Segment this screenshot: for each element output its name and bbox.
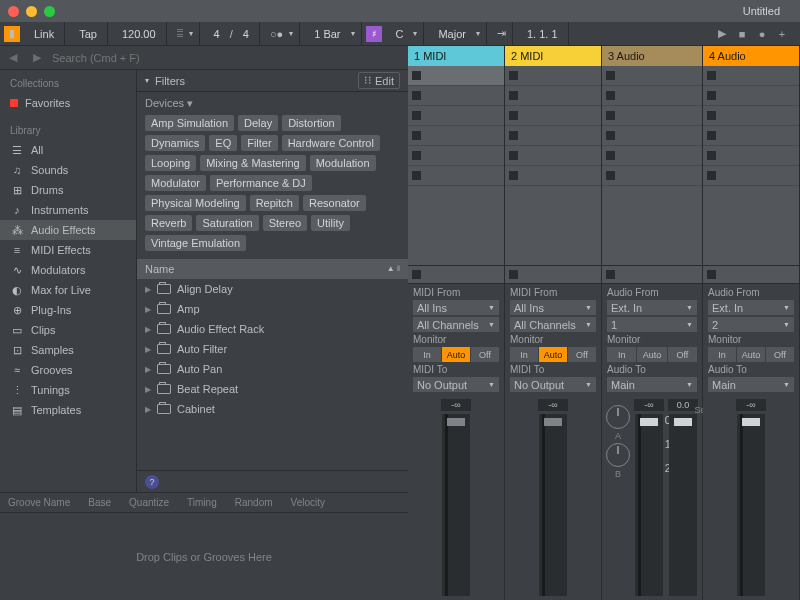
- follow-icon[interactable]: ⇥: [497, 27, 506, 40]
- nav-forward-button[interactable]: ▶: [28, 49, 46, 67]
- monitor-auto-button[interactable]: Auto: [637, 347, 667, 362]
- io-to-select[interactable]: Main▼: [607, 377, 697, 392]
- io-from-select[interactable]: All Ins▼: [510, 300, 596, 315]
- io-from-select[interactable]: Ext. In▼: [607, 300, 697, 315]
- filter-tag[interactable]: Repitch: [250, 195, 299, 211]
- filter-tag[interactable]: Hardware Control: [282, 135, 380, 151]
- filter-tag[interactable]: Saturation: [196, 215, 258, 231]
- scene-stop[interactable]: [602, 266, 702, 284]
- send-knob-a[interactable]: [606, 405, 630, 429]
- sort-icon[interactable]: ▲ ⦀: [387, 264, 400, 274]
- db-value[interactable]: -∞: [441, 399, 471, 411]
- db-value[interactable]: -∞: [736, 399, 766, 411]
- filter-tag[interactable]: Distortion: [282, 115, 340, 131]
- clip-slot[interactable]: [505, 66, 601, 86]
- device-item[interactable]: ▶Beat Repeat: [137, 379, 408, 399]
- filter-tag[interactable]: Performance & DJ: [210, 175, 312, 191]
- filter-tag[interactable]: Utility: [311, 215, 350, 231]
- scene-stop[interactable]: [505, 266, 601, 284]
- sidebar-item-max-for-live[interactable]: ◐Max for Live: [0, 280, 136, 300]
- clip-slot[interactable]: [408, 106, 504, 126]
- sidebar-item-samples[interactable]: ⊡Samples: [0, 340, 136, 360]
- monitor-off-button[interactable]: Off: [668, 347, 697, 362]
- play-button[interactable]: ▶: [714, 26, 730, 42]
- scene-stop[interactable]: [703, 266, 799, 284]
- filter-tag[interactable]: Delay: [238, 115, 278, 131]
- sidebar-item-modulators[interactable]: ∿Modulators: [0, 260, 136, 280]
- monitor-off-button[interactable]: Off: [471, 347, 499, 362]
- sidebar-item-midi-effects[interactable]: ≡MIDI Effects: [0, 240, 136, 260]
- monitor-in-button[interactable]: In: [413, 347, 442, 362]
- filter-tag[interactable]: Stereo: [263, 215, 307, 231]
- device-item[interactable]: ▶Amp: [137, 299, 408, 319]
- io-to-select[interactable]: Main▼: [708, 377, 794, 392]
- clip-slot[interactable]: [505, 86, 601, 106]
- sidebar-item-grooves[interactable]: ≈Grooves: [0, 360, 136, 380]
- sidebar-item-sounds[interactable]: ♫Sounds: [0, 160, 136, 180]
- send-knob-b[interactable]: [606, 443, 630, 467]
- io-to-select[interactable]: No Output▼: [510, 377, 596, 392]
- name-column-header[interactable]: Name: [145, 263, 174, 275]
- device-item[interactable]: ▶Auto Filter: [137, 339, 408, 359]
- monitor-auto-button[interactable]: Auto: [442, 347, 471, 362]
- filter-tag[interactable]: Reverb: [145, 215, 192, 231]
- stop-button[interactable]: ■: [734, 26, 750, 42]
- device-item[interactable]: ▶Align Delay: [137, 279, 408, 299]
- root-note[interactable]: C: [392, 28, 408, 40]
- clip-slot[interactable]: [408, 66, 504, 86]
- db-value[interactable]: -∞: [634, 399, 664, 411]
- clip-slot[interactable]: [408, 146, 504, 166]
- clip-slot[interactable]: [505, 146, 601, 166]
- clip-slot[interactable]: [703, 146, 799, 166]
- devices-dropdown[interactable]: Devices ▾: [137, 92, 408, 115]
- sidebar-item-clips[interactable]: ▭Clips: [0, 320, 136, 340]
- close-window-button[interactable]: [8, 6, 19, 17]
- filter-tag[interactable]: Physical Modeling: [145, 195, 246, 211]
- clip-slot[interactable]: [703, 166, 799, 186]
- sidebar-item-all[interactable]: ☰All: [0, 140, 136, 160]
- clip-slot[interactable]: [703, 126, 799, 146]
- clip-slot[interactable]: [408, 166, 504, 186]
- filter-tag[interactable]: EQ: [209, 135, 237, 151]
- scale-mode-button[interactable]: ♯: [366, 26, 382, 42]
- clip-slot[interactable]: [602, 166, 702, 186]
- sidebar-item-plug-ins[interactable]: ⊕Plug-Ins: [0, 300, 136, 320]
- io-channel-select[interactable]: 1▼: [607, 317, 697, 332]
- time-sig-den[interactable]: 4: [239, 28, 253, 40]
- sidebar-item-audio-effects[interactable]: ⁂Audio Effects: [0, 220, 136, 240]
- volume-fader[interactable]: 01224: [635, 414, 663, 596]
- clip-slot[interactable]: [602, 86, 702, 106]
- volume-fader[interactable]: [737, 414, 765, 596]
- filter-tag[interactable]: Filter: [241, 135, 277, 151]
- clip-slot[interactable]: [602, 106, 702, 126]
- filter-tag[interactable]: Dynamics: [145, 135, 205, 151]
- quantize-bars[interactable]: 1 Bar: [310, 28, 344, 40]
- monitor-off-button[interactable]: Off: [766, 347, 794, 362]
- clip-slot[interactable]: [505, 166, 601, 186]
- record-button[interactable]: ●: [754, 26, 770, 42]
- clip-slot[interactable]: [602, 126, 702, 146]
- filter-tag[interactable]: Looping: [145, 155, 196, 171]
- clip-slot[interactable]: [505, 106, 601, 126]
- edit-filters-button[interactable]: ⁝⁝Edit: [358, 72, 400, 89]
- clip-slot[interactable]: [408, 86, 504, 106]
- track-header[interactable]: 2 MIDI: [505, 46, 601, 66]
- sidebar-item-instruments[interactable]: ♪Instruments: [0, 200, 136, 220]
- io-to-select[interactable]: No Output▼: [413, 377, 499, 392]
- sidebar-item-tunings[interactable]: ⋮Tunings: [0, 380, 136, 400]
- volume-fader[interactable]: [442, 414, 470, 596]
- clip-slot[interactable]: [703, 66, 799, 86]
- monitor-off-button[interactable]: Off: [568, 347, 596, 362]
- clip-slot[interactable]: [408, 126, 504, 146]
- io-from-select[interactable]: All Ins▼: [413, 300, 499, 315]
- link-button[interactable]: Link: [30, 28, 58, 40]
- arrangement-position[interactable]: 1. 1. 1: [523, 28, 562, 40]
- scene-stop[interactable]: [408, 266, 504, 284]
- filter-tag[interactable]: Mixing & Mastering: [200, 155, 306, 171]
- filter-tag[interactable]: Modulation: [310, 155, 376, 171]
- volume-fader[interactable]: [669, 414, 697, 596]
- filter-tag[interactable]: Modulator: [145, 175, 206, 191]
- minimize-window-button[interactable]: [26, 6, 37, 17]
- monitor-in-button[interactable]: In: [510, 347, 539, 362]
- new-track-button[interactable]: +: [774, 26, 790, 42]
